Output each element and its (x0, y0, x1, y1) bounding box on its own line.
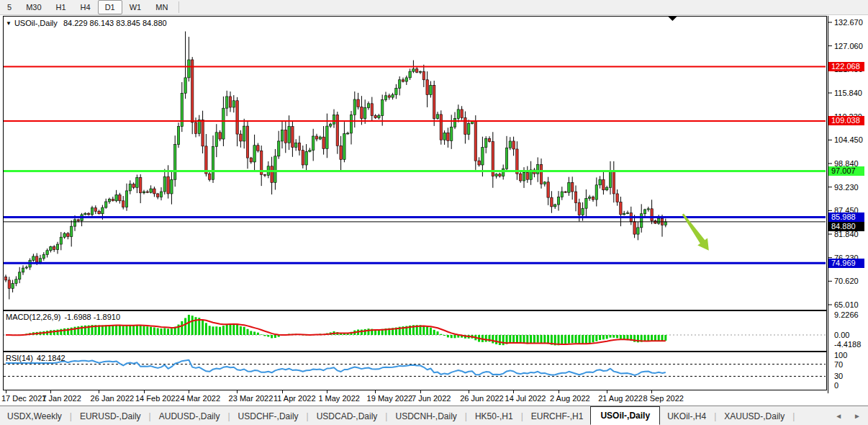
rsi-value: 42.1842 (37, 354, 65, 362)
price-level-badge: 122.068 (828, 62, 864, 71)
date-axis-label: 2 Aug 2022 (550, 394, 590, 403)
tab-audusd-daily[interactable]: AUDUSD-,Daily (152, 408, 227, 425)
date-axis-label: 14 Jul 2022 (505, 394, 546, 403)
rsi-title: RSI(14) (6, 354, 33, 362)
macd-indicator-label: MACD(12,26,9)-1.6988 -1.8910 (6, 313, 120, 321)
chart-title: ▼USOil-,Daily 84.229 86.143 83.845 84.88… (6, 19, 167, 27)
chart-ohlc-values: 84.229 86.143 83.845 84.880 (63, 19, 167, 27)
timeframe-button-mn[interactable]: MN (148, 0, 175, 14)
tab-scroll-right-icon[interactable]: ► (854, 412, 861, 420)
price-axis-label: 132.670 (834, 18, 863, 27)
date-axis-label: 7 Jun 2022 (412, 394, 451, 403)
rsi-axis-label: 0 (834, 381, 838, 390)
timeframe-button-w1[interactable]: W1 (122, 0, 149, 14)
tab-usdcnh-daily[interactable]: USDCNH-,Daily (388, 408, 464, 425)
price-level-badge: 84.880 (828, 222, 864, 231)
price-axis-label: 93.230 (834, 183, 859, 192)
timeframe-button-m30[interactable]: M30 (19, 0, 48, 14)
tab-scroll-left-icon[interactable]: ◄ (835, 412, 842, 420)
date-axis-label: 21 Aug 2022 (598, 394, 643, 403)
macd-title: MACD(12,26,9) (6, 313, 60, 321)
timeframe-button-h4[interactable]: H4 (73, 0, 98, 14)
symbol-tabbar: USDX,Weekly|EURUSD-,Daily|AUDUSD-,Daily|… (0, 406, 868, 425)
date-axis-label: 26 Jun 2022 (460, 394, 504, 403)
chart-symbol-label: USOil-,Daily (14, 19, 58, 27)
price-axis-label: 115.840 (834, 89, 862, 97)
date-axis-label: 8 Sep 2022 (643, 394, 684, 403)
date-axis-label: 26 Jan 2022 (91, 394, 135, 403)
date-axis-label: 17 Dec 2021 (1, 394, 46, 403)
timeframe-button-5[interactable]: 5 (0, 0, 19, 14)
date-axis-label: 7 Jan 2022 (42, 394, 81, 403)
date-axis-label: 23 Mar 2022 (229, 394, 273, 403)
tab-scroll-arrows: ◄► (835, 412, 861, 420)
tab-xauusd-daily[interactable]: XAUUSD-,Daily (717, 408, 792, 425)
tab-usdcad-daily[interactable]: USDCAD-,Daily (309, 408, 385, 425)
price-axis-label: 65.010 (834, 300, 859, 309)
rsi-axis-label: 30 (834, 372, 843, 380)
macd-axis-label: 0.00 (834, 331, 849, 339)
price-axis-label: 70.620 (834, 277, 859, 285)
price-level-badge: 97.007 (828, 166, 864, 176)
timeframe-button-h1[interactable]: H1 (49, 0, 73, 14)
toolbar-separator (178, 1, 179, 13)
price-level-badge: 85.988 (828, 212, 864, 222)
tab-eurusd-daily[interactable]: EURUSD-,Daily (73, 408, 148, 425)
macd-values: -1.6988 -1.8910 (64, 313, 120, 321)
tab-usoil-daily[interactable]: USOil-,Daily (590, 406, 660, 425)
tab-eurchf-h1[interactable]: EURCHF-,H1 (524, 408, 591, 425)
tab-ukoil-h4[interactable]: UKOil-,H4 (660, 408, 713, 425)
date-axis-label: 14 Feb 2022 (135, 394, 180, 403)
macd-axis-label: 9.2266 (834, 310, 859, 319)
price-axis-label: 127.060 (834, 42, 863, 50)
price-axis-label: 104.450 (834, 135, 863, 144)
tab-usdchf-daily[interactable]: USDCHF-,Daily (231, 408, 306, 425)
rsi-axis-label: 70 (834, 360, 843, 369)
rsi-indicator-label: RSI(14)42.1842 (6, 354, 65, 362)
date-axis-label: 1 May 2022 (318, 394, 359, 403)
price-level-badge: 109.038 (828, 116, 864, 125)
price-level-badge: 74.969 (828, 259, 864, 268)
tab-separator: | (792, 411, 795, 421)
date-axis-label: 4 Mar 2022 (180, 394, 220, 403)
sell-arrow-annotation (682, 214, 709, 251)
rsi-axis-label: 100 (834, 351, 847, 359)
timeframe-button-d1[interactable]: D1 (98, 0, 122, 14)
tab-usdx-weekly[interactable]: USDX,Weekly (0, 408, 69, 425)
chart-canvas[interactable] (0, 0, 868, 425)
tab-hk50-h1[interactable]: HK50-,H1 (468, 408, 520, 425)
date-axis-label: 11 Apr 2022 (273, 394, 316, 403)
date-axis-label: 19 May 2022 (367, 394, 413, 403)
timeframe-toolbar: 5M30H1H4D1W1MN (0, 0, 868, 15)
macd-axis-label: -4.4188 (834, 340, 861, 349)
chart-dropdown-icon[interactable]: ▼ (6, 20, 12, 27)
